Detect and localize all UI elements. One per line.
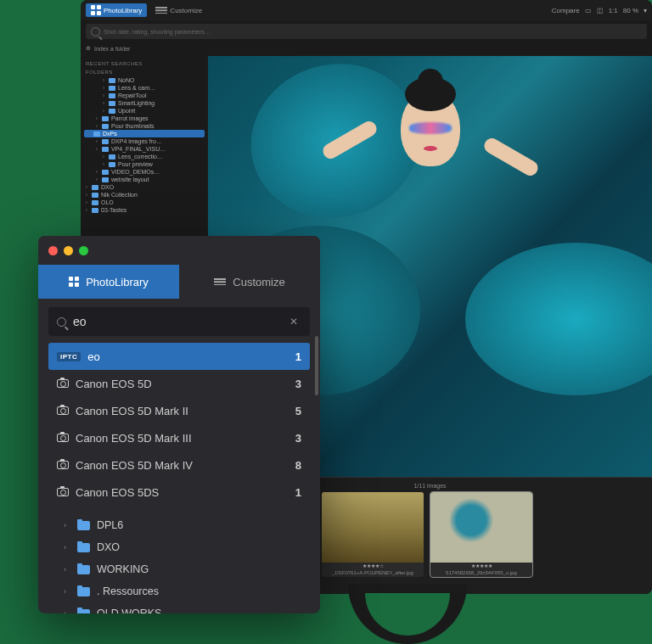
window-minimize-button[interactable] bbox=[64, 246, 73, 255]
tree-item[interactable]: ›DXP4 images fro… bbox=[84, 137, 205, 145]
folder-icon bbox=[92, 193, 98, 198]
tree-item[interactable]: ›SmartLighting bbox=[84, 99, 205, 107]
folder-icon bbox=[102, 139, 109, 144]
window-maximize-button[interactable] bbox=[79, 246, 88, 255]
chevron-right-icon: › bbox=[64, 565, 70, 574]
tree-item-label: NoNO bbox=[118, 77, 134, 83]
folder-icon bbox=[102, 124, 109, 129]
folder-icon bbox=[102, 147, 109, 152]
tree-item[interactable]: ›Lens_correctio… bbox=[84, 153, 205, 160]
folder-item[interactable]: ›DXO bbox=[48, 536, 310, 558]
chevron-down-icon[interactable]: ▾ bbox=[644, 7, 647, 14]
search-icon bbox=[91, 27, 100, 36]
folder-icon bbox=[102, 170, 109, 175]
folder-icon bbox=[77, 543, 90, 552]
search-result-item[interactable]: Canon EOS 5D3 bbox=[48, 370, 310, 397]
tree-item-label: OLO bbox=[101, 199, 114, 205]
zoom-percent[interactable]: 80 % bbox=[623, 7, 638, 14]
folder-icon bbox=[109, 101, 115, 106]
folder-icon bbox=[77, 565, 90, 574]
result-label: Canon EOS 5DS bbox=[76, 486, 159, 499]
result-count: 3 bbox=[295, 432, 301, 445]
tree-item[interactable]: ›RepairTool bbox=[84, 92, 205, 99]
view-icon-1[interactable]: ▭ bbox=[585, 7, 592, 14]
folder-icon bbox=[92, 208, 98, 213]
folders-header: FOLDERS bbox=[81, 68, 208, 76]
search-result-item[interactable]: Canon EOS 5D Mark II5 bbox=[48, 397, 310, 424]
folder-icon bbox=[77, 521, 90, 530]
index-folder-row[interactable]: ⊕ Index a folder bbox=[86, 42, 647, 54]
folder-icon bbox=[109, 162, 115, 167]
tree-item[interactable]: ›Lens & cam… bbox=[84, 84, 205, 92]
folder-item[interactable]: ›. Ressources bbox=[48, 580, 310, 602]
thumb-caption: 5174582658_29c544'955_o.jpg bbox=[430, 568, 532, 577]
tree-item[interactable]: ›VP4_FINAL_VISU… bbox=[84, 145, 205, 153]
monitor-toolbar: PhotoLibrary Customize Compare ▭ ◫ 1:1 8… bbox=[81, 0, 652, 20]
tree-item-label: Lens & cam… bbox=[118, 85, 155, 91]
tree-item-label: Parrot images bbox=[111, 115, 149, 121]
view-icon-2[interactable]: ◫ bbox=[597, 7, 604, 14]
search-icon bbox=[57, 317, 66, 327]
tree-item[interactable]: ›OLO bbox=[84, 199, 205, 206]
chevron-right-icon: › bbox=[64, 543, 70, 552]
monitor-search-placeholder: Shot date, rating, shooting parameters… bbox=[104, 29, 211, 35]
result-count: 8 bbox=[295, 459, 301, 472]
tree-item[interactable]: ›03-Tastes bbox=[84, 206, 205, 214]
thumbnail[interactable]: ★★★★☆_DSF0761+A.POUPENEY_after.jpg bbox=[322, 492, 424, 577]
monitor-search-bar[interactable]: Shot date, rating, shooting parameters… bbox=[86, 24, 647, 39]
tree-item[interactable]: ›Nik Collection bbox=[84, 191, 205, 199]
folder-icon bbox=[109, 78, 115, 83]
clear-search-button[interactable]: ✕ bbox=[286, 314, 301, 329]
sliders-icon bbox=[214, 277, 226, 287]
tree-item[interactable]: ›Pour preview bbox=[84, 160, 205, 168]
tree-item[interactable]: ›Pour thumbnails bbox=[84, 122, 205, 130]
tree-item[interactable]: ›Parrot images bbox=[84, 115, 205, 122]
monitor-tab-library[interactable]: PhotoLibrary bbox=[86, 3, 147, 17]
result-label: Canon EOS 5D Mark III bbox=[76, 432, 192, 445]
folder-item[interactable]: ›DPL6 bbox=[48, 514, 310, 536]
folder-label: WORKING bbox=[97, 563, 149, 575]
tree-item-label: DxPs bbox=[103, 131, 117, 137]
folder-item[interactable]: ›OLD WORKS bbox=[48, 602, 310, 613]
chevron-right-icon: › bbox=[64, 521, 70, 529]
folder-icon bbox=[92, 185, 98, 190]
tree-item-label: RepairTool bbox=[118, 92, 146, 98]
compare-label[interactable]: Compare bbox=[552, 7, 580, 14]
folder-icon bbox=[109, 93, 115, 98]
camera-icon bbox=[57, 461, 69, 469]
window-close-button[interactable] bbox=[48, 246, 58, 255]
monitor-stand bbox=[348, 585, 467, 644]
index-folder-label: Index a folder bbox=[94, 46, 130, 52]
result-label: eo bbox=[87, 350, 99, 363]
search-result-item[interactable]: Canon EOS 5D Mark III3 bbox=[48, 424, 310, 451]
thumbnail[interactable]: ★★★★★5174582658_29c544'955_o.jpg bbox=[430, 492, 532, 577]
tree-item[interactable]: ›Upoint bbox=[84, 107, 205, 115]
tree-item[interactable]: ›VIDEO_DEMOs… bbox=[84, 168, 205, 176]
tab-customize[interactable]: Customize bbox=[179, 265, 320, 299]
folder-icon bbox=[109, 86, 115, 91]
thumb-caption: _DSF0761+A.POUPENEY_after.jpg bbox=[322, 568, 424, 577]
tree-item[interactable]: ›DXO bbox=[84, 183, 205, 191]
tree-item[interactable]: ›NoNO bbox=[84, 76, 205, 84]
panel-tabs: PhotoLibrary Customize bbox=[38, 265, 320, 299]
folder-icon bbox=[93, 132, 100, 137]
folder-label: DXO bbox=[97, 541, 120, 553]
results-scrollbar[interactable] bbox=[315, 336, 318, 395]
camera-icon bbox=[57, 488, 69, 496]
tree-item[interactable]: ›website layout bbox=[84, 176, 205, 183]
folder-item[interactable]: ›WORKING bbox=[48, 558, 310, 580]
tree-item-label: VP4_FINAL_VISU… bbox=[111, 146, 166, 152]
search-result-item[interactable]: Canon EOS 5D Mark IV8 bbox=[48, 451, 310, 479]
search-input[interactable] bbox=[73, 315, 279, 328]
folder-icon bbox=[77, 587, 90, 596]
result-count: 5 bbox=[295, 405, 301, 417]
zoom-ratio[interactable]: 1:1 bbox=[609, 7, 618, 14]
search-result-item[interactable]: IPTCeo1 bbox=[48, 343, 310, 370]
folder-tree: ›NoNO›Lens & cam…›RepairTool›SmartLighti… bbox=[81, 76, 208, 214]
tab-photolibrary[interactable]: PhotoLibrary bbox=[38, 265, 179, 299]
folder-label: OLD WORKS bbox=[97, 608, 161, 613]
search-result-item[interactable]: Canon EOS 5DS1 bbox=[48, 479, 310, 506]
tree-item[interactable]: ›DxPs bbox=[84, 130, 205, 137]
chevron-right-icon: › bbox=[64, 609, 70, 613]
monitor-tab-customize[interactable]: Customize bbox=[150, 3, 207, 17]
